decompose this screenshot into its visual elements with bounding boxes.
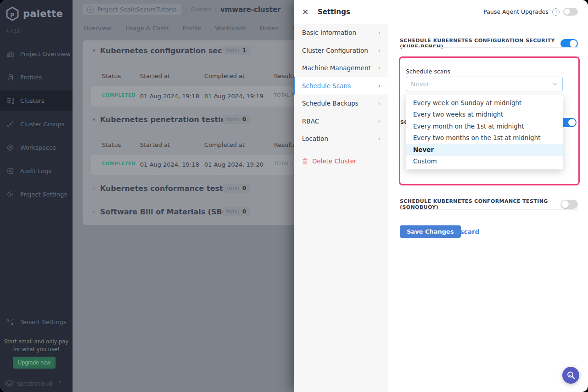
dropdown-option[interactable]: Custom [406,156,563,168]
sidebar-item-audit-logs[interactable]: Audit Logs [0,161,73,181]
breadcrumb-separator: / [185,6,187,13]
nav-item-schedule-backups[interactable]: Schedule Backups› [294,95,388,112]
nav-item-rbac[interactable]: RBAC› [294,112,388,130]
spectrocloud-footer: spectrocloud [0,375,73,392]
kube-bench-toggle[interactable] [560,39,578,48]
chevron-down-icon[interactable]: ▾ [93,117,95,123]
sidebar-item-label: Cluster Groups [20,121,65,128]
dropdown-option[interactable]: Every week on Sunday at midnight [406,97,563,109]
app-version: 4.4.11 [6,28,20,34]
section-title: Kubernetes conformance testing [100,184,236,193]
info-icon[interactable]: i [552,8,560,16]
app-window: p palette 4.4.11 Project Overview Profil… [0,0,588,392]
sidebar-item-project-settings[interactable]: Project Settings [0,184,73,204]
started-at: 01 Aug 2024, 19:18 [140,161,199,168]
sonobuoy-setting: SCHEDULE KUBERNETES CONFORMANCE TESTING … [400,198,578,210]
completed-at: 01 Aug 2024, 19:20 [204,161,263,168]
sidebar-item-label: Audit Logs [20,168,51,174]
brand-name: palette [23,8,63,19]
divider [400,47,578,48]
sidebar-item-workspaces[interactable]: Workspaces [0,137,73,157]
chevron-right-icon: › [378,118,381,125]
sidebar-item-cluster-groups[interactable]: Cluster Groups [0,114,73,134]
discard-link[interactable]: Discard [453,228,479,235]
tab-nodes[interactable]: Nodes [260,23,279,34]
delete-cluster-button[interactable]: Delete Cluster [294,153,388,169]
breadcrumb-project[interactable]: Project-ScaleSecureTutoria [83,4,181,15]
spectrocloud-logo-icon [5,380,14,388]
tab-profile[interactable]: Profile [183,23,201,34]
sidebar-item-clusters[interactable]: Clusters [0,90,73,111]
sidebar-item-label: Workspaces [20,144,56,151]
cluster-list-icon [6,96,14,105]
dropdown-option[interactable]: Every two months on the 1st at midnight [406,132,563,144]
upgrade-promo-text: Start small and only pay for what you us… [0,338,73,353]
results-cell: TOTAL LOW [274,161,294,166]
pause-agent-toggle[interactable] [563,8,578,16]
tools-icon [6,318,14,326]
tab-overview[interactable]: Overview [84,23,112,34]
save-changes-button[interactable]: Save Changes [400,225,461,238]
upgrade-now-button[interactable]: Upgrade now [13,357,56,369]
select-value: Never [411,80,429,88]
divider [294,150,388,150]
results-cell: TOTAL PASS [274,93,294,98]
started-at: 01 Aug 2024, 19:18 [140,93,199,100]
dropdown-option[interactable]: Every two weeks at midnight [406,109,563,121]
project-chart-icon [87,6,94,13]
sidebar-collapse-chevron-icon[interactable]: ‹ [59,378,62,386]
drawer-nav: Basic Information› Cluster Configuration… [294,24,388,392]
document-search-icon [6,167,14,175]
dropdown-option-selected[interactable]: Never [406,144,563,156]
sidebar-item-label: Tenant Settings [20,319,67,325]
schedule-scans-dropdown: Every week on Sunday at midnight Every t… [406,95,563,169]
svg-text:p: p [10,11,14,17]
trash-icon [302,158,308,164]
drawer-header: ✕ Settings Pause Agent Upgrades i [294,0,588,24]
table-row[interactable]: COMPLETED 01 Aug 2024, 19:18 01 Aug 2024… [91,86,294,106]
pause-agent-upgrades: Pause Agent Upgrades i [483,8,578,16]
breadcrumb-cluster-name: vmware-cluster [220,6,281,14]
chevron-right-icon[interactable]: › [93,209,95,215]
sidebar-item-label: Profiles [20,74,42,81]
section-title: Kubernetes penetration testing [100,115,231,124]
palette-logo: p palette [6,6,63,21]
total-badge: TOTAL 1 [223,46,250,55]
chevron-down-icon[interactable]: ▾ [93,48,95,54]
drawer-title: Settings [318,8,350,16]
sidebar-item-profiles[interactable]: Profiles [0,67,73,87]
settings-drawer: ✕ Settings Pause Agent Upgrades i Basic … [294,0,588,392]
close-icon[interactable]: ✕ [302,7,308,17]
table-row[interactable]: COMPLETED 01 Aug 2024, 19:18 01 Aug 2024… [91,155,294,175]
breadcrumb-clusters[interactable]: Clusters [190,6,211,12]
nav-item-basic-information[interactable]: Basic Information› [294,24,388,42]
feedback-search-button[interactable] [562,367,579,384]
status-badge: COMPLETED [102,93,136,98]
chevron-right-icon: › [378,29,381,36]
tab-usage-costs[interactable]: Usage & Costs [125,23,169,34]
tab-workloads[interactable]: Workloads [215,23,246,34]
sidebar: p palette 4.4.11 Project Overview Profil… [0,0,73,392]
dropdown-option[interactable]: Every month on the 1st at midnight [406,120,563,132]
schedule-scans-select[interactable]: Never [406,77,563,91]
nav-item-schedule-scans[interactable]: Schedule Scans› [294,77,388,95]
sidebar-item-label: Project Overview [20,50,71,57]
sidebar-item-project-overview[interactable]: Project Overview [0,44,73,64]
cluster-page: Project-ScaleSecureTutoria / Clusters / … [73,0,294,392]
sidebar-item-tenant-settings[interactable]: Tenant Settings [0,312,73,332]
nav-item-machine-management[interactable]: Machine Management› [294,59,388,77]
concentric-circles-icon [6,143,14,151]
nav-item-location[interactable]: Location› [294,130,388,148]
total-badge: TOTAL 0 [223,184,250,193]
chevron-right-icon: › [378,64,381,72]
total-badge: TOTAL 0 [223,115,250,124]
chevron-right-icon[interactable]: › [93,185,95,191]
sonobuoy-toggle[interactable] [560,200,578,209]
layers-icon [6,73,14,81]
palette-hexagon-icon: p [6,6,19,21]
bar-chart-icon [6,50,14,58]
completed-at: 01 Aug 2024, 19:19 [204,93,263,100]
kube-bench-setting: SCHEDULE KUBERNETES CONFIGURATION SECURI… [400,38,578,50]
nav-item-cluster-configuration[interactable]: Cluster Configuration› [294,42,388,60]
section-title: Kubernetes configuration security [100,46,242,55]
